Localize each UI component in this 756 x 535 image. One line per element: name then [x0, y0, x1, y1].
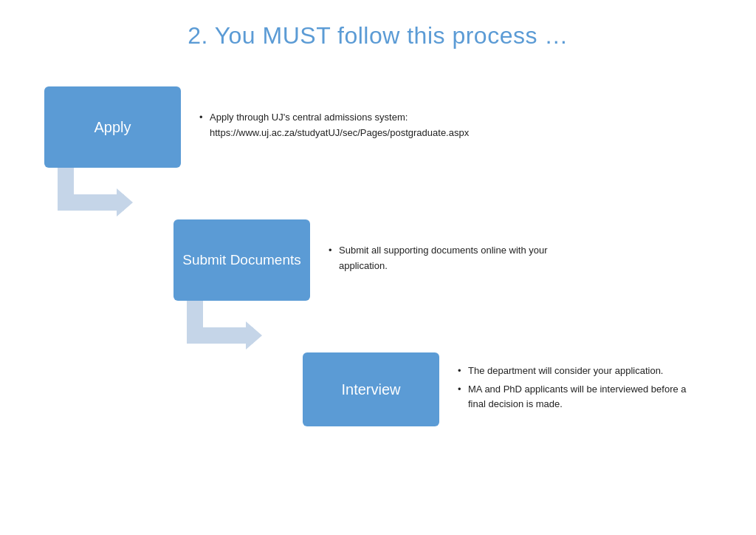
- arrow-head-1: [117, 188, 133, 217]
- step-desc-apply-item-1: Apply through UJ's central admissions sy…: [199, 110, 436, 141]
- step-label-interview: Interview: [341, 381, 400, 398]
- step-row-interview: Interview The department will consider y…: [303, 352, 712, 426]
- page: 2. You MUST follow this process … Apply …: [0, 0, 756, 535]
- arrow-head-2: [246, 321, 262, 350]
- step-row-apply: Apply Apply through UJ's central admissi…: [44, 86, 712, 168]
- arrow-horizontal-1: [58, 194, 124, 211]
- step-label-apply: Apply: [94, 119, 131, 136]
- page-title: 2. You MUST follow this process …: [44, 22, 712, 50]
- step-description-interview: The department will consider your applic…: [458, 364, 694, 415]
- arrow-connector-1: [44, 168, 712, 227]
- step-description-submit: Submit all supporting documents online w…: [329, 243, 565, 277]
- step-box-apply: Apply: [44, 86, 181, 168]
- l-arrow-2: [173, 301, 262, 360]
- step-desc-submit-item-1: Submit all supporting documents online w…: [329, 243, 565, 274]
- arrow-horizontal-2: [187, 327, 253, 344]
- step-label-submit: Submit Documents: [182, 252, 301, 268]
- step-description-apply: Apply through UJ's central admissions sy…: [199, 110, 436, 144]
- step-desc-interview-item-2: MA and PhD applicants will be interviewe…: [458, 382, 694, 413]
- step-desc-interview-item-1: The department will consider your applic…: [458, 364, 694, 379]
- l-arrow-1: [44, 168, 133, 227]
- step-box-interview: Interview: [303, 352, 439, 426]
- step-box-submit: Submit Documents: [173, 219, 310, 301]
- step-row-submit: Submit Documents Submit all supporting d…: [173, 219, 712, 301]
- arrow-connector-2: [173, 301, 712, 360]
- steps-wrapper: Apply Apply through UJ's central admissi…: [44, 79, 712, 426]
